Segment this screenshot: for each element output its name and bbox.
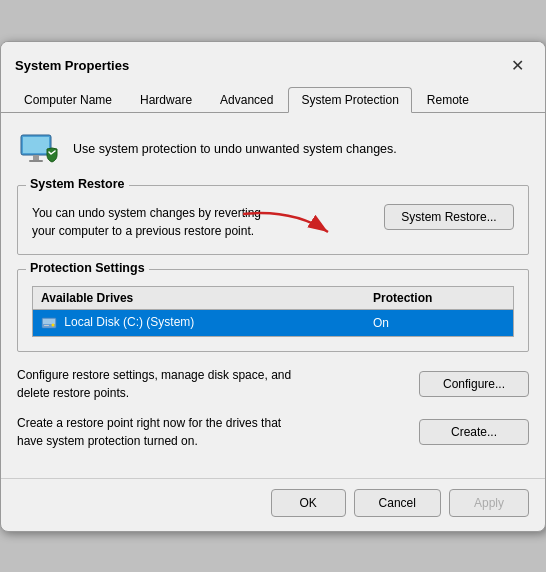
- tab-strip: Computer Name Hardware Advanced System P…: [1, 80, 545, 113]
- system-restore-button[interactable]: System Restore...: [384, 204, 514, 230]
- svg-rect-8: [44, 325, 49, 326]
- tab-advanced[interactable]: Advanced: [207, 87, 286, 113]
- system-properties-dialog: System Properties ✕ Computer Name Hardwa…: [0, 41, 546, 532]
- info-section: Use system protection to undo unwanted s…: [17, 127, 529, 171]
- window-title: System Properties: [15, 58, 129, 73]
- tab-hardware[interactable]: Hardware: [127, 87, 205, 113]
- configure-button[interactable]: Configure...: [419, 371, 529, 397]
- restore-description: You can undo system changes by reverting…: [32, 204, 261, 240]
- table-row[interactable]: Local Disk (C:) (System) On: [33, 309, 514, 336]
- cancel-button[interactable]: Cancel: [354, 489, 441, 517]
- actions-section: Configure restore settings, manage disk …: [17, 366, 529, 450]
- configure-row: Configure restore settings, manage disk …: [17, 366, 529, 402]
- close-button[interactable]: ✕: [503, 52, 531, 80]
- protection-settings-label: Protection Settings: [26, 261, 149, 275]
- restore-button-area: System Restore...: [384, 204, 514, 230]
- tab-content: Use system protection to undo unwanted s…: [1, 113, 545, 478]
- protection-settings-group: Protection Settings Available Drives Pro…: [17, 269, 529, 352]
- apply-button[interactable]: Apply: [449, 489, 529, 517]
- restore-row: You can undo system changes by reverting…: [32, 204, 514, 240]
- svg-rect-2: [33, 155, 39, 160]
- svg-rect-3: [29, 160, 43, 162]
- system-protection-icon: [17, 127, 61, 171]
- create-description: Create a restore point right now for the…: [17, 414, 409, 450]
- info-description: Use system protection to undo unwanted s…: [73, 142, 397, 156]
- drive-name: Local Disk (C:) (System): [33, 309, 366, 336]
- system-restore-group: System Restore You can undo system chang…: [17, 185, 529, 255]
- create-button[interactable]: Create...: [419, 419, 529, 445]
- dialog-footer: OK Cancel Apply: [1, 478, 545, 531]
- title-bar: System Properties ✕: [1, 42, 545, 80]
- svg-rect-1: [23, 137, 49, 153]
- ok-button[interactable]: OK: [271, 489, 346, 517]
- tab-system-protection[interactable]: System Protection: [288, 87, 411, 113]
- configure-description: Configure restore settings, manage disk …: [17, 366, 409, 402]
- drive-icon: [41, 315, 57, 331]
- tab-computer-name[interactable]: Computer Name: [11, 87, 125, 113]
- create-row: Create a restore point right now for the…: [17, 414, 529, 450]
- drives-table: Available Drives Protection: [32, 286, 514, 337]
- system-restore-label: System Restore: [26, 177, 129, 191]
- drives-header-name: Available Drives: [33, 286, 366, 309]
- svg-rect-6: [43, 319, 55, 324]
- tab-remote[interactable]: Remote: [414, 87, 482, 113]
- drives-header-protection: Protection: [365, 286, 513, 309]
- svg-point-7: [52, 323, 55, 326]
- drive-protection: On: [365, 309, 513, 336]
